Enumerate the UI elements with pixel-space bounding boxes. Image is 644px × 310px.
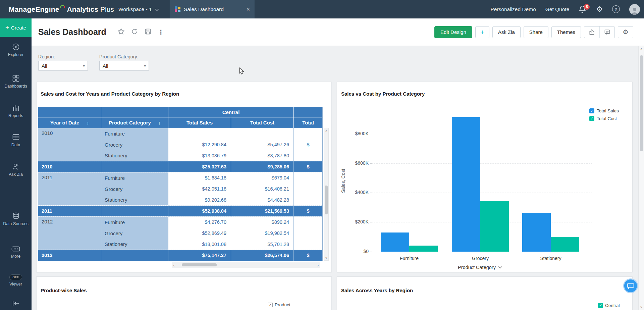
sidebar-item-data[interactable]: Data (0, 133, 32, 148)
chat-bubble-icon (627, 282, 634, 289)
comments-icon[interactable] (599, 27, 614, 38)
help-icon[interactable]: ? (612, 5, 620, 13)
app-screen: ManageEngine Analytics Plus Workspace - … (0, 0, 644, 310)
dashboard-settings-button[interactable]: ⚙ (618, 26, 633, 38)
brand-plus: Plus (100, 5, 114, 13)
chart-plot-area: Furniture Grocery Stationery Product Cat… (372, 110, 592, 252)
scroll-down-icon[interactable]: ∨ (639, 305, 644, 309)
sidebar-item-explorer[interactable]: Explorer (0, 43, 32, 58)
topbar: ManageEngine Analytics Plus Workspace - … (0, 0, 644, 18)
personalized-demo-link[interactable]: Personalized Demo (490, 6, 536, 12)
page-title: Sales Dashboard (38, 27, 106, 37)
bar-grocery-sales[interactable] (452, 117, 480, 252)
chat-assistant-button[interactable] (623, 278, 638, 293)
scroll-down-icon[interactable]: ∨ (324, 256, 328, 260)
sidebar: + Create Explorer Dashboards Reports Dat… (0, 18, 32, 310)
scroll-up-icon[interactable]: ∧ (324, 129, 328, 132)
region-filter-dropdown[interactable]: All ▾ (38, 61, 88, 71)
sidebar-item-reports[interactable]: Reports (0, 104, 32, 119)
tab-sales-dashboard[interactable]: Sales Dashboard × (170, 0, 255, 18)
collapse-arrow-icon (12, 300, 19, 306)
data-table-icon (12, 133, 20, 141)
viewer-label: Viewer (9, 282, 22, 287)
col-header-sales[interactable]: Total Sales (168, 117, 231, 128)
product-wise-sales-panel: Product-wise Sales ✓ Product (36, 276, 332, 310)
table-row: 2012 Furniture $4,276.70 $890.24 (38, 217, 323, 228)
sidebar-item-ask-zia[interactable]: Ask Zia (0, 163, 32, 177)
sidebar-collapse-button[interactable] (0, 300, 32, 308)
x-axis-title-dropdown[interactable]: Product Category (458, 265, 502, 270)
col-header-category[interactable]: Product Category↓ (101, 117, 168, 128)
export-comment-group (584, 26, 615, 38)
bar-stationery-sales[interactable] (522, 213, 551, 252)
themes-button[interactable]: Themes (551, 26, 581, 38)
sort-down-icon[interactable]: ↓ (87, 120, 89, 125)
region-filter-value: All (42, 63, 47, 69)
sidebar-item-dashboards[interactable]: Dashboards (0, 74, 32, 89)
checkbox-checked-icon[interactable]: ✓ (598, 303, 603, 308)
more-options-kebab-icon[interactable]: ⋮ (158, 29, 164, 36)
legend-item-total-cost[interactable]: ✓ Total Cost (589, 116, 619, 121)
legend-item-total-sales[interactable]: ✓ Total Sales (589, 108, 619, 113)
dashboard-header: Sales Dashboard ⋮ Edit Design + Ask Zia … (32, 18, 644, 46)
ask-zia-button[interactable]: Ask Zia (492, 26, 521, 38)
category-filter-value: All (103, 63, 108, 69)
scroll-up-icon[interactable]: ∧ (639, 47, 644, 51)
y-axis-title: Sales, Cost (340, 110, 346, 252)
favorite-star-icon[interactable] (118, 28, 124, 36)
brand-manageengine: ManageEngine (9, 5, 59, 13)
page-scrollbar[interactable]: ∧ ∨ (638, 46, 644, 310)
bar-furniture-cost[interactable] (409, 246, 438, 252)
create-button[interactable]: + Create (0, 18, 32, 37)
dashboards-icon (12, 74, 20, 82)
legend-item-central[interactable]: ✓ Central (598, 303, 620, 308)
bar-grocery-cost[interactable] (480, 201, 509, 252)
bar-stationery-cost[interactable] (551, 237, 579, 252)
workspace-switcher[interactable]: Workspace - 1 (118, 0, 159, 18)
axis-stub (372, 308, 372, 310)
y-tick-label: $800K (347, 131, 369, 136)
close-icon[interactable]: × (246, 6, 250, 12)
edit-design-button[interactable]: Edit Design (434, 26, 472, 38)
col-header-year[interactable]: Year of Date↓ (38, 117, 101, 128)
table-horizontal-scrollbar[interactable]: ‹ › (172, 262, 320, 268)
scrollbar-thumb[interactable] (640, 55, 643, 151)
settings-gear-icon[interactable]: ⚙ (596, 6, 603, 13)
bar-furniture-sales[interactable] (381, 232, 409, 252)
sort-down-icon[interactable]: ↓ (158, 120, 161, 125)
pivot-table: Central Year of Date↓ Product Category↓ … (38, 107, 323, 261)
manageengine-swoosh-icon (60, 4, 65, 12)
user-avatar[interactable] (629, 4, 640, 15)
notifications-bell-icon[interactable]: 5 (579, 5, 587, 13)
refresh-icon[interactable] (131, 28, 138, 36)
x-category-label: Furniture (400, 256, 419, 261)
divider (37, 299, 331, 299)
scroll-left-icon[interactable]: ‹ (172, 263, 176, 267)
save-icon[interactable] (145, 28, 151, 36)
col-header-next[interactable]: Total (294, 117, 323, 128)
share-button[interactable]: Share (524, 26, 548, 38)
viewer-off-pill[interactable]: OFF (9, 274, 22, 280)
y-tick-label: $0 (347, 249, 369, 254)
reports-icon (12, 104, 20, 112)
data-sources-icon (12, 212, 20, 220)
scrollbar-thumb[interactable] (182, 263, 217, 266)
export-icon[interactable] (584, 27, 599, 38)
table-vertical-scrollbar[interactable]: ∧ ∨ (324, 128, 329, 261)
scrollbar-thumb[interactable] (325, 186, 328, 214)
subtotal-row: 2010 $25,327.63 $9,285.06 $ (38, 161, 323, 172)
checkbox-checked-icon[interactable]: ✓ (268, 303, 273, 307)
viewer-toggle[interactable]: OFF Viewer (0, 274, 32, 287)
pivot-panel: Sales and Cost for Years and Product Cat… (36, 82, 332, 272)
scroll-right-icon[interactable]: › (316, 263, 320, 267)
topbar-right: Personalized Demo Get Quote 5 ⚙ ? (490, 0, 640, 18)
category-filter-dropdown[interactable]: All ▾ (99, 61, 149, 71)
add-widget-button[interactable]: + (475, 26, 489, 38)
legend-item-product[interactable]: ✓ Product (268, 302, 290, 307)
sidebar-item-data-sources[interactable]: Data Sources (0, 212, 32, 227)
region-header: Central (168, 107, 294, 117)
get-quote-link[interactable]: Get Quote (545, 6, 570, 12)
sidebar-item-more[interactable]: More (0, 246, 32, 259)
col-header-cost[interactable]: Total Cost (231, 117, 294, 128)
divider (337, 299, 632, 299)
